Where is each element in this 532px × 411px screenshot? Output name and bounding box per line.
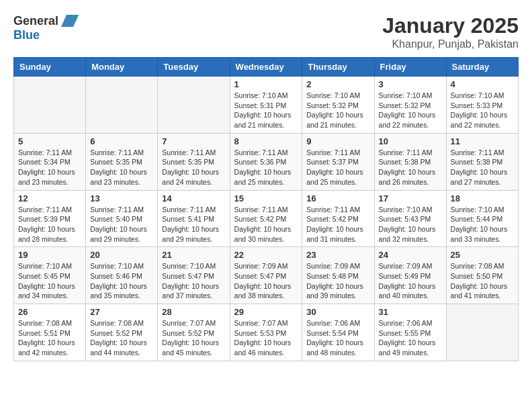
calendar-cell: 19Sunrise: 7:10 AM Sunset: 5:45 PM Dayli…	[14, 247, 86, 304]
calendar-cell: 27Sunrise: 7:08 AM Sunset: 5:52 PM Dayli…	[86, 304, 158, 361]
day-number: 17	[379, 193, 442, 203]
day-number: 21	[162, 250, 225, 260]
day-number: 10	[379, 136, 442, 146]
day-info: Sunrise: 7:10 AM Sunset: 5:32 PM Dayligh…	[306, 91, 369, 130]
day-number: 3	[379, 79, 442, 89]
day-number: 8	[234, 136, 298, 146]
calendar-cell: 29Sunrise: 7:07 AM Sunset: 5:53 PM Dayli…	[230, 304, 302, 361]
weekday-header-sunday: Sunday	[14, 58, 86, 77]
calendar-cell: 30Sunrise: 7:06 AM Sunset: 5:54 PM Dayli…	[302, 304, 374, 361]
day-info: Sunrise: 7:07 AM Sunset: 5:52 PM Dayligh…	[162, 318, 225, 358]
calendar-cell: 9Sunrise: 7:11 AM Sunset: 5:37 PM Daylig…	[302, 133, 374, 190]
day-info: Sunrise: 7:08 AM Sunset: 5:51 PM Dayligh…	[18, 318, 81, 358]
calendar-week-row: 5Sunrise: 7:11 AM Sunset: 5:34 PM Daylig…	[14, 133, 519, 190]
day-info: Sunrise: 7:06 AM Sunset: 5:55 PM Dayligh…	[379, 318, 442, 358]
calendar-cell: 2Sunrise: 7:10 AM Sunset: 5:32 PM Daylig…	[302, 77, 374, 134]
page-subtitle: Khanpur, Punjab, Pakistan	[382, 38, 519, 50]
calendar-cell	[158, 77, 230, 134]
day-number: 9	[306, 136, 369, 146]
day-number: 11	[451, 136, 514, 146]
day-info: Sunrise: 7:11 AM Sunset: 5:35 PM Dayligh…	[162, 148, 225, 187]
day-number: 19	[18, 250, 81, 260]
day-number: 20	[90, 250, 153, 260]
day-info: Sunrise: 7:11 AM Sunset: 5:40 PM Dayligh…	[90, 205, 153, 244]
day-number: 5	[18, 136, 81, 146]
calendar-cell: 22Sunrise: 7:09 AM Sunset: 5:47 PM Dayli…	[230, 247, 302, 304]
day-number: 27	[90, 307, 153, 317]
calendar-cell: 16Sunrise: 7:11 AM Sunset: 5:42 PM Dayli…	[302, 190, 374, 247]
day-info: Sunrise: 7:08 AM Sunset: 5:52 PM Dayligh…	[90, 318, 153, 358]
day-info: Sunrise: 7:11 AM Sunset: 5:38 PM Dayligh…	[451, 148, 514, 187]
day-number: 22	[234, 250, 298, 260]
day-info: Sunrise: 7:09 AM Sunset: 5:47 PM Dayligh…	[234, 261, 298, 301]
day-info: Sunrise: 7:11 AM Sunset: 5:38 PM Dayligh…	[379, 148, 442, 187]
calendar-cell: 3Sunrise: 7:10 AM Sunset: 5:32 PM Daylig…	[374, 77, 446, 134]
calendar-cell: 4Sunrise: 7:10 AM Sunset: 5:33 PM Daylig…	[446, 77, 518, 134]
day-info: Sunrise: 7:07 AM Sunset: 5:53 PM Dayligh…	[234, 318, 298, 358]
day-info: Sunrise: 7:10 AM Sunset: 5:33 PM Dayligh…	[451, 91, 514, 130]
calendar-cell: 21Sunrise: 7:10 AM Sunset: 5:47 PM Dayli…	[158, 247, 230, 304]
logo: General Blue	[13, 13, 79, 42]
day-info: Sunrise: 7:11 AM Sunset: 5:39 PM Dayligh…	[18, 205, 81, 244]
calendar-week-row: 26Sunrise: 7:08 AM Sunset: 5:51 PM Dayli…	[14, 304, 519, 361]
day-info: Sunrise: 7:08 AM Sunset: 5:50 PM Dayligh…	[451, 261, 514, 301]
day-number: 2	[306, 79, 369, 89]
calendar-cell: 15Sunrise: 7:11 AM Sunset: 5:42 PM Dayli…	[230, 190, 302, 247]
calendar-cell: 13Sunrise: 7:11 AM Sunset: 5:40 PM Dayli…	[86, 190, 158, 247]
day-info: Sunrise: 7:10 AM Sunset: 5:46 PM Dayligh…	[90, 261, 153, 301]
day-number: 15	[234, 193, 298, 203]
day-info: Sunrise: 7:09 AM Sunset: 5:49 PM Dayligh…	[379, 261, 442, 301]
calendar-cell: 8Sunrise: 7:11 AM Sunset: 5:36 PM Daylig…	[230, 133, 302, 190]
day-info: Sunrise: 7:11 AM Sunset: 5:35 PM Dayligh…	[90, 148, 153, 187]
calendar-cell	[446, 304, 518, 361]
day-info: Sunrise: 7:10 AM Sunset: 5:43 PM Dayligh…	[379, 205, 442, 244]
calendar-cell: 18Sunrise: 7:10 AM Sunset: 5:44 PM Dayli…	[446, 190, 518, 247]
calendar-cell: 6Sunrise: 7:11 AM Sunset: 5:35 PM Daylig…	[86, 133, 158, 190]
day-number: 28	[162, 307, 225, 317]
logo-text-blue: Blue	[13, 28, 40, 42]
page-header: General Blue January 2025 Khanpur, Punja…	[13, 13, 519, 50]
day-number: 26	[18, 307, 81, 317]
day-info: Sunrise: 7:06 AM Sunset: 5:54 PM Dayligh…	[306, 318, 369, 358]
calendar-table: SundayMondayTuesdayWednesdayThursdayFrid…	[13, 57, 519, 361]
calendar-cell	[86, 77, 158, 134]
weekday-header-saturday: Saturday	[446, 58, 518, 77]
day-number: 23	[306, 250, 369, 260]
day-info: Sunrise: 7:11 AM Sunset: 5:42 PM Dayligh…	[306, 205, 369, 244]
day-info: Sunrise: 7:09 AM Sunset: 5:48 PM Dayligh…	[306, 261, 369, 301]
calendar-week-row: 12Sunrise: 7:11 AM Sunset: 5:39 PM Dayli…	[14, 190, 519, 247]
calendar-cell: 1Sunrise: 7:10 AM Sunset: 5:31 PM Daylig…	[230, 77, 302, 134]
day-info: Sunrise: 7:10 AM Sunset: 5:32 PM Dayligh…	[379, 91, 442, 130]
weekday-header-thursday: Thursday	[302, 58, 374, 77]
calendar-cell: 7Sunrise: 7:11 AM Sunset: 5:35 PM Daylig…	[158, 133, 230, 190]
day-info: Sunrise: 7:11 AM Sunset: 5:34 PM Dayligh…	[18, 148, 81, 187]
logo-icon	[60, 13, 79, 28]
day-info: Sunrise: 7:11 AM Sunset: 5:42 PM Dayligh…	[234, 205, 298, 244]
calendar-cell: 31Sunrise: 7:06 AM Sunset: 5:55 PM Dayli…	[374, 304, 446, 361]
logo-text-general: General	[13, 14, 58, 28]
day-number: 24	[379, 250, 442, 260]
calendar-cell: 11Sunrise: 7:11 AM Sunset: 5:38 PM Dayli…	[446, 133, 518, 190]
calendar-cell: 12Sunrise: 7:11 AM Sunset: 5:39 PM Dayli…	[14, 190, 86, 247]
day-info: Sunrise: 7:11 AM Sunset: 5:36 PM Dayligh…	[234, 148, 298, 187]
day-number: 1	[234, 79, 298, 89]
day-number: 6	[90, 136, 153, 146]
calendar-cell: 17Sunrise: 7:10 AM Sunset: 5:43 PM Dayli…	[374, 190, 446, 247]
day-info: Sunrise: 7:11 AM Sunset: 5:37 PM Dayligh…	[306, 148, 369, 187]
day-number: 31	[379, 307, 442, 317]
day-number: 18	[451, 193, 514, 203]
page-title: January 2025	[382, 13, 519, 38]
day-info: Sunrise: 7:11 AM Sunset: 5:41 PM Dayligh…	[162, 205, 225, 244]
day-number: 14	[162, 193, 225, 203]
calendar-cell: 25Sunrise: 7:08 AM Sunset: 5:50 PM Dayli…	[446, 247, 518, 304]
calendar-cell: 14Sunrise: 7:11 AM Sunset: 5:41 PM Dayli…	[158, 190, 230, 247]
calendar-cell: 10Sunrise: 7:11 AM Sunset: 5:38 PM Dayli…	[374, 133, 446, 190]
day-info: Sunrise: 7:10 AM Sunset: 5:45 PM Dayligh…	[18, 261, 81, 301]
day-info: Sunrise: 7:10 AM Sunset: 5:31 PM Dayligh…	[234, 91, 298, 130]
weekday-header-monday: Monday	[86, 58, 158, 77]
weekday-header-tuesday: Tuesday	[158, 58, 230, 77]
title-block: January 2025 Khanpur, Punjab, Pakistan	[382, 13, 519, 50]
day-number: 30	[306, 307, 369, 317]
weekday-header-wednesday: Wednesday	[230, 58, 302, 77]
calendar-cell: 23Sunrise: 7:09 AM Sunset: 5:48 PM Dayli…	[302, 247, 374, 304]
